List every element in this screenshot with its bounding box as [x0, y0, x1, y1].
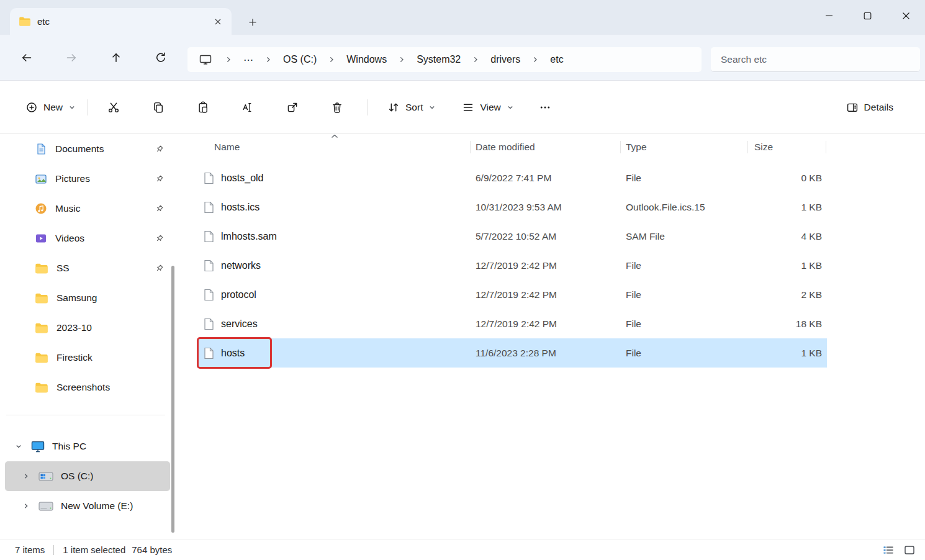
- chevron-right-icon[interactable]: [221, 50, 236, 70]
- file-size: 18 KB: [748, 318, 826, 330]
- pin-icon: [155, 234, 164, 243]
- chevron-down-icon[interactable]: [14, 443, 24, 450]
- copy-button[interactable]: [144, 95, 173, 120]
- sidebar-item-samsung[interactable]: Samsung: [5, 283, 170, 313]
- breadcrumb-item-windows[interactable]: Windows: [339, 50, 394, 70]
- breadcrumb-item-drivers[interactable]: drivers: [483, 50, 528, 70]
- breadcrumb-item-os-c[interactable]: OS (C:): [276, 50, 324, 70]
- view-button[interactable]: View: [454, 95, 521, 120]
- details-view-icon: [882, 544, 895, 556]
- file-list: Name Date modified Type Size hosts_old 6…: [181, 134, 925, 539]
- sidebar-item-ss[interactable]: SS: [5, 253, 170, 283]
- breadcrumb-ellipsis[interactable]: ⋯: [236, 50, 261, 70]
- sort-button[interactable]: Sort: [379, 95, 444, 120]
- breadcrumb-item-system32[interactable]: System32: [409, 50, 468, 70]
- paste-button[interactable]: [189, 95, 217, 120]
- explorer-tab[interactable]: etc: [10, 8, 232, 35]
- close-button[interactable]: [887, 0, 925, 31]
- file-type: Outlook.File.ics.15: [621, 202, 748, 213]
- file-name: networks: [221, 260, 261, 271]
- file-row-lmhosts.sam[interactable]: lmhosts.sam 5/7/2022 10:52 AM SAM File 4…: [199, 222, 827, 251]
- delete-button[interactable]: [323, 95, 351, 120]
- pin-icon: [155, 264, 164, 273]
- sidebar-item-music[interactable]: Music: [5, 194, 170, 224]
- rename-button[interactable]: [233, 95, 262, 120]
- toolbar-divider: [368, 99, 368, 115]
- sidebar-item-os-c[interactable]: OS (C:): [5, 461, 170, 491]
- command-bar: New Sort View: [0, 81, 925, 134]
- file-size: 1 KB: [748, 348, 826, 359]
- share-button[interactable]: [278, 95, 307, 120]
- sidebar-item-screenshots[interactable]: Screenshots: [5, 373, 170, 402]
- file-row-hosts.ics[interactable]: hosts.ics 10/31/2023 9:53 AM Outlook.Fil…: [199, 192, 827, 222]
- file-date: 12/7/2019 2:42 PM: [471, 260, 621, 271]
- column-header-date-modified[interactable]: Date modified: [471, 134, 621, 160]
- chevron-right-icon[interactable]: [21, 502, 31, 510]
- folder-icon: [19, 16, 31, 27]
- chevron-right-icon[interactable]: [468, 50, 483, 70]
- chevron-right-icon[interactable]: [528, 50, 543, 70]
- refresh-button[interactable]: [150, 47, 172, 69]
- new-button[interactable]: New: [17, 95, 84, 120]
- titlebar: etc: [0, 0, 925, 35]
- folder-icon: [35, 352, 48, 364]
- statusbar-divider: [53, 545, 54, 555]
- window-controls: [810, 0, 925, 31]
- file-size: 1 KB: [748, 202, 826, 213]
- chevron-right-icon[interactable]: [261, 50, 276, 70]
- forward-button[interactable]: [60, 47, 83, 69]
- sidebar-item-pictures[interactable]: Pictures: [5, 164, 170, 194]
- thumbnail-view-toggle[interactable]: [900, 541, 919, 559]
- more-options-button[interactable]: [531, 95, 559, 120]
- sidebar-item-firestick[interactable]: Firestick: [5, 343, 170, 373]
- file-name: services: [221, 318, 258, 330]
- thumbnail-view-icon: [903, 544, 916, 556]
- sidebar-scrollbar[interactable]: [171, 266, 174, 533]
- sidebar-item-this-pc[interactable]: This PC: [5, 431, 170, 461]
- pin-icon: [155, 174, 164, 184]
- navigation-bar: ⋯ OS (C:) Windows System32 drivers etc: [0, 35, 925, 81]
- chevron-down-icon: [507, 104, 514, 111]
- sidebar-item-label: Pictures: [55, 173, 90, 184]
- chevron-right-icon[interactable]: [324, 50, 339, 70]
- clipboard-icon: [197, 101, 209, 114]
- chevron-right-icon[interactable]: [394, 50, 409, 70]
- up-button[interactable]: [105, 47, 127, 69]
- trash-icon: [331, 101, 343, 114]
- breadcrumb-this-pc[interactable]: [190, 50, 221, 70]
- sidebar-item-label: New Volume (E:): [61, 500, 133, 512]
- maximize-button[interactable]: [848, 0, 887, 31]
- tab-close-icon[interactable]: [209, 13, 227, 30]
- sidebar-item-videos[interactable]: Videos: [5, 224, 170, 253]
- cut-button[interactable]: [99, 95, 128, 120]
- column-header-name[interactable]: Name: [199, 134, 471, 160]
- file-date: 10/31/2023 9:53 AM: [471, 202, 621, 213]
- new-tab-button[interactable]: [243, 13, 262, 32]
- file-row-protocol[interactable]: protocol 12/7/2019 2:42 PM File 2 KB: [199, 280, 827, 309]
- file-name: hosts.ics: [221, 202, 259, 213]
- file-row-services[interactable]: services 12/7/2019 2:42 PM File 18 KB: [199, 309, 827, 338]
- file-size: 1 KB: [748, 260, 826, 271]
- file-date: 5/7/2022 10:52 AM: [471, 231, 621, 242]
- sort-icon: [387, 101, 400, 114]
- sidebar-item-2023-10[interactable]: 2023-10: [5, 313, 170, 343]
- details-pane-button[interactable]: Details: [838, 95, 901, 120]
- sidebar-item-label: Videos: [55, 233, 84, 244]
- back-button[interactable]: [16, 47, 38, 69]
- details-view-toggle[interactable]: [879, 541, 898, 559]
- file-row-hosts_old[interactable]: hosts_old 6/9/2022 7:41 PM File 0 KB: [199, 163, 827, 192]
- sidebar-item-label: OS (C:): [61, 471, 94, 482]
- column-header-type[interactable]: Type: [621, 134, 748, 160]
- sidebar-item-documents[interactable]: Documents: [5, 134, 170, 164]
- sidebar-item-new-volume-e[interactable]: New Volume (E:): [5, 491, 170, 521]
- breadcrumb-item-etc[interactable]: etc: [543, 50, 571, 70]
- column-header-size[interactable]: Size: [748, 134, 826, 160]
- minimize-button[interactable]: [810, 0, 848, 31]
- documents-icon: [35, 143, 47, 155]
- file-row-hosts[interactable]: hosts 11/6/2023 2:28 PM File 1 KB: [199, 338, 827, 368]
- file-row-networks[interactable]: networks 12/7/2019 2:42 PM File 1 KB: [199, 251, 827, 280]
- chevron-right-icon[interactable]: [21, 472, 31, 480]
- search-input[interactable]: [711, 47, 920, 71]
- file-icon: [204, 289, 214, 301]
- file-name: hosts: [221, 348, 245, 359]
